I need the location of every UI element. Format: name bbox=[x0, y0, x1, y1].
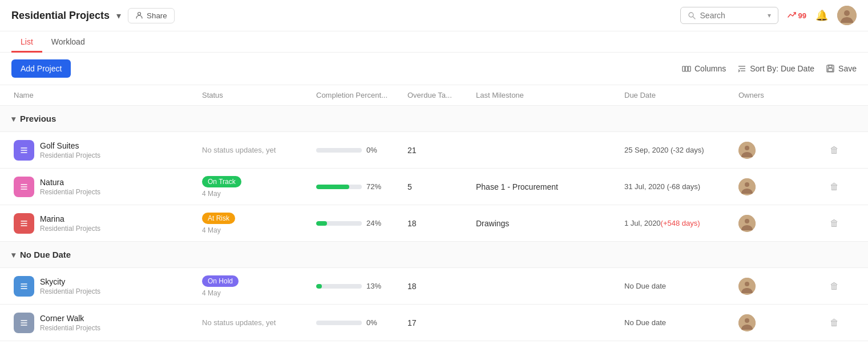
project-icon-natura bbox=[14, 177, 34, 197]
bell-icon[interactable]: 🔔 bbox=[815, 9, 828, 22]
svg-point-0 bbox=[138, 13, 141, 15]
status-badge: On Track bbox=[202, 176, 241, 187]
status-cell: No status updates, yet bbox=[200, 314, 314, 331]
project-name: Marina bbox=[40, 214, 100, 223]
person-icon bbox=[135, 11, 143, 19]
status-date: 4 May bbox=[202, 226, 221, 234]
due-date-cell: No Due date bbox=[622, 314, 736, 331]
save-label: Save bbox=[838, 64, 857, 73]
status-date: 4 May bbox=[202, 190, 221, 198]
search-icon bbox=[688, 11, 696, 19]
sort-button[interactable]: Sort By: Due Date bbox=[737, 64, 814, 73]
project-sub: Residential Projects bbox=[40, 188, 100, 196]
owner-avatar bbox=[738, 215, 756, 232]
overdue-count: 18 bbox=[407, 282, 417, 291]
project-sub: Residential Projects bbox=[40, 225, 100, 233]
add-project-button[interactable]: Add Project bbox=[11, 59, 71, 78]
project-name-cell: Natura Residential Projects bbox=[11, 172, 200, 202]
list-icon bbox=[19, 145, 29, 155]
columns-label: Columns bbox=[695, 64, 726, 73]
status-cell: At Risk 4 May bbox=[200, 208, 314, 239]
toolbar-right: Columns Sort By: Due Date Save bbox=[682, 64, 857, 73]
search-input[interactable] bbox=[700, 11, 763, 20]
chevron-down-icon: ▾ bbox=[11, 250, 15, 259]
status-badge: On Hold bbox=[202, 275, 239, 287]
project-name: Corner Walk bbox=[40, 314, 100, 323]
section-no-due-date-label: No Due Date bbox=[20, 250, 71, 259]
progress-pct: 13% bbox=[366, 282, 383, 290]
columns-button[interactable]: Columns bbox=[682, 64, 726, 73]
project-icon-corner-walk bbox=[14, 313, 34, 333]
svg-point-23 bbox=[745, 182, 749, 187]
svg-line-2 bbox=[693, 17, 695, 19]
table-row: Corner Walk Residential Projects No stat… bbox=[0, 305, 868, 341]
section-no-due-date[interactable]: ▾ No Due Date bbox=[0, 242, 868, 268]
sort-icon bbox=[737, 64, 746, 73]
overdue-count: 18 bbox=[407, 219, 417, 228]
delete-icon[interactable]: 🗑 bbox=[830, 145, 839, 155]
project-sub: Residential Projects bbox=[40, 151, 100, 159]
overdue-cell: 18 bbox=[405, 277, 474, 295]
owner-cell bbox=[736, 174, 827, 200]
owner-cell bbox=[736, 210, 827, 237]
table-header: Name Status Completion Percent... Overdu… bbox=[0, 85, 868, 106]
svg-rect-6 bbox=[685, 66, 688, 71]
col-owners: Owners bbox=[736, 91, 827, 99]
due-date-text: No Due date bbox=[624, 318, 666, 327]
search-box[interactable]: ▾ bbox=[680, 7, 778, 24]
due-date-cell: 31 Jul, 2020 (-68 days) bbox=[622, 178, 736, 195]
delete-cell: 🗑 bbox=[827, 313, 862, 333]
due-date-cell: 1 Jul, 2020 (+548 days) bbox=[622, 214, 736, 232]
svg-point-4 bbox=[844, 10, 850, 16]
delete-icon[interactable]: 🗑 bbox=[830, 318, 839, 328]
milestone-cell bbox=[474, 318, 622, 327]
list-icon bbox=[19, 218, 29, 229]
table-row: Golf Suites Residential Projects No stat… bbox=[0, 132, 868, 169]
title-dropdown-icon[interactable]: ▾ bbox=[116, 10, 121, 21]
svg-rect-5 bbox=[683, 66, 685, 71]
milestone-text: Drawings bbox=[476, 219, 509, 228]
header-left: Residential Projects ▾ Share bbox=[11, 8, 175, 23]
milestone-cell: Phase 1 - Procurement bbox=[474, 178, 622, 196]
project-name: Natura bbox=[40, 178, 100, 187]
owner-avatar bbox=[738, 178, 756, 195]
user-avatar[interactable] bbox=[837, 6, 857, 25]
list-icon bbox=[19, 318, 29, 328]
owner-cell bbox=[736, 137, 827, 163]
progress-pct: 0% bbox=[366, 318, 383, 327]
toolbar: Add Project Columns Sort By: Due Date bbox=[0, 53, 868, 85]
search-dropdown-icon[interactable]: ▾ bbox=[768, 11, 771, 19]
delete-icon[interactable]: 🗑 bbox=[830, 218, 839, 229]
sort-label: Sort By: Due Date bbox=[750, 64, 814, 73]
trending-icon bbox=[788, 11, 797, 19]
svg-point-1 bbox=[689, 13, 693, 17]
share-button[interactable]: Share bbox=[128, 8, 175, 23]
milestone-cell bbox=[474, 282, 622, 291]
project-sub: Residential Projects bbox=[40, 324, 100, 332]
svg-rect-12 bbox=[829, 65, 832, 67]
progress-cell: 13% bbox=[314, 277, 405, 295]
columns-icon bbox=[682, 64, 691, 73]
overdue-count: 17 bbox=[407, 318, 417, 327]
section-previous[interactable]: ▾ Previous bbox=[0, 106, 868, 132]
progress-cell: 0% bbox=[314, 314, 405, 331]
save-icon bbox=[826, 64, 835, 73]
overdue-count: 21 bbox=[407, 146, 417, 155]
delete-icon[interactable]: 🗑 bbox=[830, 281, 839, 291]
overdue-cell: 21 bbox=[405, 141, 474, 159]
tab-workload[interactable]: Workload bbox=[42, 31, 94, 53]
milestone-cell bbox=[474, 146, 622, 155]
col-due-date: Due Date bbox=[622, 91, 736, 99]
owner-cell bbox=[736, 273, 827, 299]
milestone-text: Phase 1 - Procurement bbox=[476, 182, 558, 191]
delete-icon[interactable]: 🗑 bbox=[830, 182, 839, 192]
col-completion: Completion Percent... bbox=[314, 91, 405, 99]
progress-bar-bg bbox=[316, 148, 362, 153]
delete-cell: 🗑 bbox=[827, 214, 862, 233]
due-date-text: 1 Jul, 2020 bbox=[624, 219, 661, 227]
tab-list[interactable]: List bbox=[11, 31, 42, 53]
owner-avatar bbox=[738, 142, 756, 159]
save-button[interactable]: Save bbox=[826, 64, 857, 73]
progress-bar-bg bbox=[316, 221, 362, 226]
tabs-bar: List Workload bbox=[0, 31, 868, 53]
